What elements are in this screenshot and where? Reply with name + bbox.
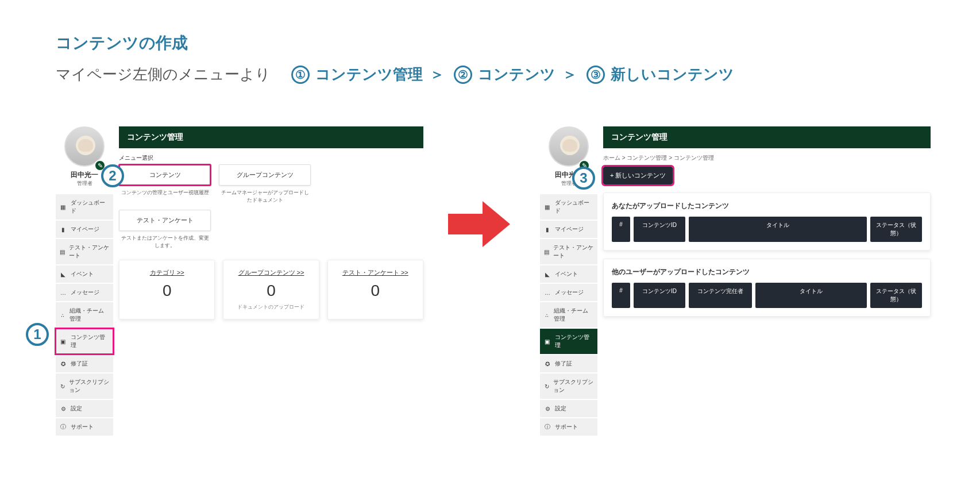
tab-group-contents[interactable]: グループコンテンツ — [219, 164, 311, 186]
tab-test-survey[interactable]: テスト・アンケート — [119, 210, 211, 231]
arrow-right-icon — [448, 201, 510, 247]
sidebar-item-content-mgmt[interactable]: ▣コンテンツ管理 — [56, 329, 113, 354]
uploaded-by-others-card: 他のユーザーがアップロードしたコンテンツ # コンテンツID コンテンツ完任者 … — [603, 259, 931, 317]
sidebar-item-org[interactable]: ⛬組織・チーム管理 — [540, 302, 597, 328]
sidebar-item-test[interactable]: ▤テスト・アンケート — [540, 239, 597, 264]
people-icon: ⛬ — [543, 312, 550, 318]
sidebar-item-subscription[interactable]: ↻サブスクリプション — [540, 374, 597, 399]
sidebar-item-test[interactable]: ▤テスト・アンケート — [56, 239, 113, 264]
page-icon: ▮ — [543, 226, 551, 233]
instruction-prefix: マイページ左側のメニューより — [56, 64, 271, 84]
sidebar-item-support[interactable]: ⓘサポート — [540, 418, 597, 436]
callout-marker-3: 3 — [572, 167, 595, 190]
step-label-3: 新しいコンテンツ — [611, 64, 734, 84]
sidebar-item-content-mgmt[interactable]: ▣コンテンツ管理 — [540, 329, 597, 354]
form-icon: ▤ — [543, 249, 550, 255]
chevron-icon: ＞ — [562, 64, 577, 84]
sidebar-item-label: マイページ — [71, 225, 99, 233]
sidebar-item-label: イベント — [555, 270, 578, 278]
sidebar-item-certificate[interactable]: ✪修了証 — [540, 355, 597, 372]
th-index: # — [612, 217, 630, 242]
sidebar-item-message[interactable]: …メッセージ — [540, 284, 597, 301]
megaphone-icon: ◣ — [543, 271, 551, 278]
stat-value: 0 — [333, 282, 418, 300]
gear-icon: ⚙ — [543, 406, 551, 412]
content-header: コンテンツ管理 — [119, 126, 423, 148]
sidebar-item-label: メッセージ — [555, 288, 584, 297]
th-owner: コンテンツ完任者 — [689, 283, 752, 308]
tab-contents[interactable]: コンテンツ — [119, 164, 211, 186]
sidebar-item-label: サポート — [555, 423, 578, 431]
sidebar-item-settings[interactable]: ⚙設定 — [56, 400, 113, 417]
sidebar-item-mypage[interactable]: ▮マイページ — [56, 221, 113, 238]
th-status: ステータス（状態） — [870, 283, 922, 308]
refresh-icon: ↻ — [59, 383, 65, 390]
section-title: 他のユーザーがアップロードしたコンテンツ — [612, 267, 922, 277]
page-title: コンテンツの作成 — [56, 32, 188, 54]
sidebar-item-label: 修了証 — [555, 360, 572, 368]
info-icon: ⓘ — [543, 423, 551, 431]
table-header: # コンテンツID タイトル ステータス（状態） — [612, 217, 922, 242]
content-icon: ▣ — [543, 338, 551, 345]
sidebar-item-label: コンテンツ管理 — [555, 333, 594, 349]
sidebar-item-dashboard[interactable]: ▦ダッシュボード — [56, 194, 113, 220]
stat-card-group[interactable]: グループコンテンツ >> 0 ドキュメントのアップロード — [223, 260, 319, 320]
sidebar-item-label: イベント — [71, 270, 94, 278]
sidebar-item-event[interactable]: ◣イベント — [56, 265, 113, 283]
sidebar-item-label: 組織・チーム管理 — [554, 307, 594, 323]
sidebar-item-label: 組織・チーム管理 — [70, 307, 110, 323]
sidebar-item-label: 設定 — [555, 405, 566, 413]
chat-icon: … — [59, 290, 67, 296]
sidebar-item-dashboard[interactable]: ▦ダッシュボード — [540, 194, 597, 220]
sidebar-item-certificate[interactable]: ✪修了証 — [56, 355, 113, 372]
stat-card-category[interactable]: カテゴリ >> 0 — [119, 260, 215, 320]
menu-selection-label: メニュー選択 — [119, 154, 423, 162]
table-header: # コンテンツID コンテンツ完任者 タイトル ステータス（状態） — [612, 283, 922, 308]
th-title: タイトル — [689, 217, 867, 242]
tab-group-desc: チームマネージャーがアップロードしたドキュメント — [219, 189, 311, 204]
th-content-id: コンテンツID — [634, 217, 685, 242]
stat-subtitle: ドキュメントのアップロード — [228, 303, 314, 311]
callout-marker-2: 2 — [101, 164, 124, 187]
megaphone-icon: ◣ — [59, 271, 67, 278]
step-number-2: ② — [454, 66, 472, 84]
stat-card-test[interactable]: テスト・アンケート >> 0 — [327, 260, 423, 320]
sidebar-item-label: サポート — [71, 423, 94, 431]
sidebar-item-subscription[interactable]: ↻サブスクリプション — [56, 374, 113, 399]
sidebar-item-support[interactable]: ⓘサポート — [56, 418, 113, 436]
sidebar-item-event[interactable]: ◣イベント — [540, 265, 597, 283]
sidebar-item-label: 修了証 — [71, 360, 88, 368]
sidebar-item-label: テスト・アンケート — [69, 244, 110, 260]
uploaded-by-you-card: あなたがアップロードしたコンテンツ # コンテンツID タイトル ステータス（状… — [603, 193, 931, 251]
sidebar-item-mypage[interactable]: ▮マイページ — [540, 221, 597, 238]
user-role: 管理者 — [77, 180, 92, 187]
stat-value: 0 — [228, 282, 314, 300]
sidebar-item-label: コンテンツ管理 — [71, 333, 110, 349]
new-content-button[interactable]: + 新しいコンテンツ — [603, 167, 673, 184]
sidebar-item-org[interactable]: ⛬組織・チーム管理 — [56, 302, 113, 328]
step-label-1: コンテンツ管理 — [315, 64, 423, 84]
section-title: あなたがアップロードしたコンテンツ — [612, 201, 922, 211]
content-header: コンテンツ管理 — [603, 126, 931, 148]
refresh-icon: ↻ — [543, 383, 550, 390]
th-index: # — [612, 283, 630, 308]
chat-icon: … — [543, 290, 551, 296]
sidebar-item-message[interactable]: …メッセージ — [56, 284, 113, 301]
step-number-3: ③ — [587, 66, 605, 84]
stat-value: 0 — [124, 282, 210, 300]
step-number-1: ① — [291, 66, 310, 84]
tab-test-desc: テストまたはアンケートを作成、変更します。 — [119, 234, 211, 249]
instruction-row: マイページ左側のメニューより ① コンテンツ管理 ＞ ② コンテンツ ＞ ③ 新… — [56, 64, 734, 84]
badge-icon: ✪ — [543, 361, 551, 367]
sidebar-item-label: 設定 — [71, 405, 82, 413]
sidebar-item-settings[interactable]: ⚙設定 — [540, 400, 597, 417]
tab-contents-desc: コンテンツの管理とユーザー視聴履歴 — [119, 189, 211, 204]
form-icon: ▤ — [59, 249, 65, 255]
th-content-id: コンテンツID — [634, 283, 685, 308]
callout-marker-1: 1 — [26, 323, 49, 346]
grid-icon: ▦ — [543, 204, 551, 210]
screenshot-right: ✎ 田中光一 管理者 ▦ダッシュボード ▮マイページ ▤テスト・アンケート ◣イ… — [540, 126, 931, 436]
page-icon: ▮ — [59, 226, 67, 233]
sidebar-item-label: テスト・アンケート — [553, 244, 594, 260]
stat-title: テスト・アンケート >> — [333, 268, 418, 277]
